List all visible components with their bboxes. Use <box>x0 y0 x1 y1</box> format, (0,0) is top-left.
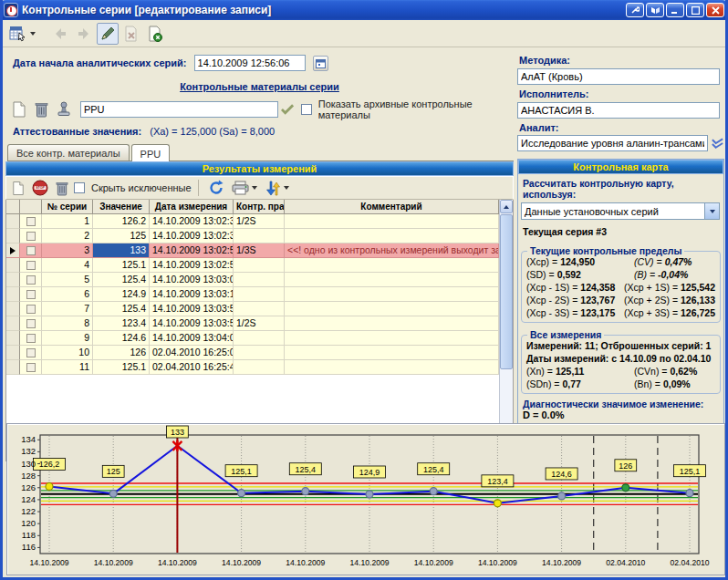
row-selector[interactable] <box>6 360 20 375</box>
cell-comment[interactable] <box>285 360 499 375</box>
materials-link[interactable]: Контрольные материалы серии <box>180 81 339 92</box>
cell-value[interactable]: 125.1 <box>93 258 150 273</box>
row-checkbox[interactable] <box>26 261 36 270</box>
cell-comment[interactable] <box>285 273 499 287</box>
row-checkbox[interactable] <box>26 217 36 226</box>
table-row[interactable]: 1012602.04.2010 16:25:07 <box>6 346 499 360</box>
cell-date[interactable]: 14.10.2009 13:04:06 <box>150 331 234 346</box>
cell-comment[interactable] <box>285 331 499 346</box>
cell-rule[interactable] <box>234 273 285 287</box>
method-field[interactable] <box>517 68 720 85</box>
row-checkbox[interactable] <box>26 305 36 314</box>
cell-value[interactable]: 123.4 <box>93 316 150 331</box>
cell-rule[interactable] <box>234 258 285 273</box>
double-chevron-down-icon[interactable] <box>711 138 724 150</box>
table-row[interactable]: 313314.10.2009 13:02:501/3S<<! одно из к… <box>6 243 499 258</box>
material-name-input[interactable] <box>80 101 278 118</box>
cell-series-number[interactable]: 8 <box>42 316 93 331</box>
back-button[interactable] <box>49 23 71 45</box>
forward-button[interactable] <box>73 23 95 45</box>
row-checkbox[interactable] <box>26 275 36 285</box>
table-row[interactable]: 11125.102.04.2010 16:25:46 <box>6 360 499 375</box>
cell-rule[interactable] <box>234 331 285 346</box>
cell-date[interactable]: 14.10.2009 13:02:36 <box>150 229 234 243</box>
cell-value[interactable]: 125.1 <box>93 360 150 375</box>
table-row[interactable]: 5125.414.10.2009 13:03:03 <box>6 273 499 287</box>
cell-comment[interactable] <box>285 316 499 331</box>
cell-comment[interactable] <box>285 229 499 243</box>
delete-result-button[interactable] <box>53 178 71 198</box>
cell-comment[interactable] <box>285 346 499 360</box>
cell-rule[interactable]: 1/3S <box>234 243 285 258</box>
cell-date[interactable]: 14.10.2009 13:02:55 <box>150 258 234 273</box>
chart-point[interactable] <box>686 490 693 497</box>
calendar-button[interactable] <box>313 56 328 71</box>
row-selector[interactable] <box>6 346 20 360</box>
cell-comment[interactable]: <<! одно из контрольных измерений выходи… <box>285 243 499 258</box>
row-selector[interactable] <box>6 258 20 273</box>
cell-series-number[interactable]: 4 <box>42 258 93 273</box>
row-selector[interactable] <box>6 273 20 287</box>
navigator-menu-button[interactable] <box>6 23 38 45</box>
cell-date[interactable]: 14.10.2009 13:03:03 <box>150 273 234 287</box>
cell-series-number[interactable]: 7 <box>42 302 93 316</box>
cell-date[interactable]: 14.10.2009 13:03:54 <box>150 302 234 316</box>
combo-arrow-button[interactable] <box>704 203 719 219</box>
table-scrollbar[interactable] <box>499 200 513 461</box>
row-selector[interactable] <box>6 243 20 258</box>
new-material-button[interactable] <box>9 99 29 120</box>
cell-date[interactable]: 02.04.2010 16:25:46 <box>150 360 234 375</box>
row-checkbox[interactable] <box>26 334 36 343</box>
help-button[interactable] <box>646 3 664 17</box>
cell-date[interactable]: 14.10.2009 13:03:10 <box>150 287 234 302</box>
chart-point[interactable] <box>109 490 117 497</box>
date-input[interactable] <box>194 55 306 71</box>
refresh-button[interactable] <box>205 177 227 199</box>
cell-series-number[interactable]: 5 <box>42 273 93 287</box>
cell-series-number[interactable]: 3 <box>42 243 93 258</box>
cell-comment[interactable] <box>285 214 499 229</box>
cell-value[interactable]: 133 <box>93 243 150 258</box>
edit-record-button[interactable] <box>97 23 119 45</box>
operator-field[interactable] <box>517 102 720 119</box>
cancel-record-button[interactable] <box>144 23 166 45</box>
cell-series-number[interactable]: 6 <box>42 287 93 302</box>
column-header-checkbox[interactable] <box>20 200 42 214</box>
chart-point[interactable] <box>46 482 53 490</box>
close-button[interactable] <box>706 3 724 17</box>
cell-comment[interactable] <box>285 287 499 302</box>
row-selector[interactable] <box>6 229 20 243</box>
cell-value[interactable]: 125 <box>93 229 150 243</box>
calc-combobox[interactable]: Данные установочных серий <box>521 202 720 220</box>
scroll-thumb[interactable] <box>500 214 513 369</box>
chart-point[interactable] <box>430 488 437 495</box>
chart-point[interactable] <box>622 484 629 492</box>
column-header-date[interactable]: Дата измерения <box>150 200 234 214</box>
row-checkbox[interactable] <box>26 319 36 328</box>
row-checkbox[interactable] <box>26 232 36 241</box>
archive-material-button[interactable] <box>54 99 74 120</box>
cell-date[interactable]: 14.10.2009 13:02:31 <box>150 214 234 229</box>
apply-check-icon[interactable] <box>281 104 294 115</box>
cell-value[interactable]: 125.4 <box>93 302 150 316</box>
cell-rule[interactable] <box>234 360 285 375</box>
cell-value[interactable]: 126.2 <box>93 214 150 229</box>
cell-series-number[interactable]: 11 <box>42 360 93 375</box>
cell-series-number[interactable]: 10 <box>42 346 93 360</box>
row-selector[interactable] <box>6 214 20 229</box>
chart-point[interactable] <box>494 500 501 507</box>
chart-point[interactable] <box>366 491 373 498</box>
column-header-value[interactable]: Значение <box>93 200 150 214</box>
cell-rule[interactable] <box>234 302 285 316</box>
table-row[interactable]: 4125.114.10.2009 13:02:55 <box>6 258 499 273</box>
column-header-rule[interactable]: Контр. прав. <box>234 200 285 214</box>
post-record-button[interactable] <box>120 23 142 45</box>
row-checkbox[interactable] <box>26 363 36 372</box>
table-row[interactable]: 7125.414.10.2009 13:03:54 <box>6 302 499 316</box>
cell-rule[interactable] <box>234 287 285 302</box>
row-checkbox[interactable] <box>26 348 36 357</box>
table-row[interactable]: 9124.614.10.2009 13:04:06 <box>6 331 499 346</box>
scroll-up-button[interactable] <box>500 200 513 213</box>
table-row[interactable]: 1126.214.10.2009 13:02:311/2S <box>6 214 499 229</box>
column-header-comment[interactable]: Комментарий <box>285 200 499 214</box>
